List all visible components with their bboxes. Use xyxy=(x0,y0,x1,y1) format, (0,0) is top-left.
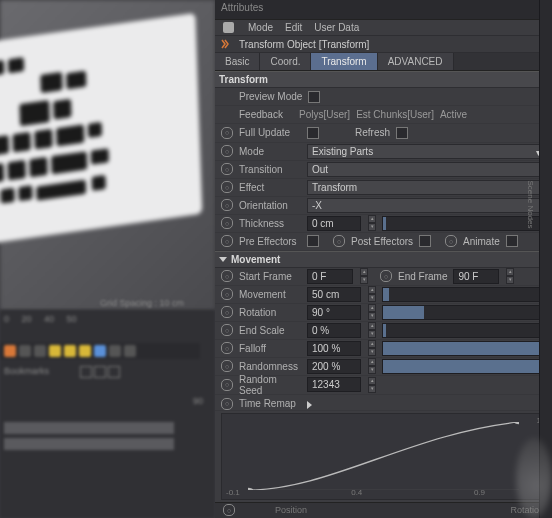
grid-spacing-label: Grid Spacing : 10 cm xyxy=(100,298,184,308)
tl-button[interactable] xyxy=(34,345,46,357)
coord-footer: ○ Position Rotation xyxy=(215,502,552,518)
disclosure-triangle-icon[interactable] xyxy=(307,401,312,409)
menu-edit[interactable]: Edit xyxy=(285,22,302,33)
full-update-checkbox[interactable] xyxy=(307,127,319,139)
falloff-label: Falloff xyxy=(239,343,266,354)
rotation-slider[interactable] xyxy=(382,305,546,320)
param-anim-icon[interactable]: ○ xyxy=(380,270,392,282)
param-anim-icon[interactable]: ○ xyxy=(221,163,233,175)
start-frame-spinner[interactable]: ▴▾ xyxy=(360,268,368,284)
disclosure-triangle-icon[interactable] xyxy=(219,257,227,262)
end-scale-slider[interactable] xyxy=(382,323,546,338)
svg-point-2 xyxy=(514,422,519,424)
param-anim-icon[interactable]: ○ xyxy=(445,235,457,247)
param-anim-icon[interactable]: ○ xyxy=(221,199,233,211)
start-frame-input[interactable]: 0 F xyxy=(307,269,353,284)
frame-marker: 90 xyxy=(193,396,203,406)
timeline-ruler: 0 20 40 50 xyxy=(4,314,77,324)
param-anim-icon[interactable]: ○ xyxy=(333,235,345,247)
tab-basic[interactable]: Basic xyxy=(215,53,260,70)
end-scale-spinner[interactable]: ▴▾ xyxy=(368,322,376,338)
movement-slider[interactable] xyxy=(382,287,546,302)
tab-coord[interactable]: Coord. xyxy=(260,53,311,70)
feedback-active: Active xyxy=(440,109,467,120)
row-preview-mode: Preview Mode xyxy=(215,88,552,106)
randomness-slider[interactable] xyxy=(382,359,546,374)
end-frame-spinner[interactable]: ▴▾ xyxy=(506,268,514,284)
mode-dropdown[interactable]: Existing Parts▾ xyxy=(307,144,546,159)
param-anim-icon[interactable]: ○ xyxy=(221,270,233,282)
post-effectors-label: Post Effectors xyxy=(351,236,413,247)
thickness-label: Thickness xyxy=(239,218,284,229)
randomness-input[interactable]: 200 % xyxy=(307,359,361,374)
effect-dropdown[interactable]: Transform xyxy=(307,180,546,195)
param-anim-icon[interactable]: ○ xyxy=(223,504,235,516)
param-anim-icon[interactable]: ○ xyxy=(221,288,233,300)
3d-viewport[interactable] xyxy=(0,0,215,310)
key-icon[interactable] xyxy=(64,345,76,357)
randomness-spinner[interactable]: ▴▾ xyxy=(368,358,376,374)
thickness-spinner[interactable]: ▴▾ xyxy=(368,215,376,231)
panel-menu-icon[interactable] xyxy=(223,22,234,33)
falloff-input[interactable]: 100 % xyxy=(307,341,361,356)
transition-dropdown[interactable]: Out xyxy=(307,162,546,177)
rotation-spinner[interactable]: ▴▾ xyxy=(368,304,376,320)
section-movement[interactable]: Movement xyxy=(215,251,552,268)
transition-label: Transition xyxy=(239,164,283,175)
animate-checkbox[interactable] xyxy=(506,235,518,247)
transform-object-icon xyxy=(221,38,233,50)
param-anim-icon[interactable]: ○ xyxy=(221,127,233,139)
timeline-toolbar[interactable] xyxy=(4,345,136,357)
post-effectors-checkbox[interactable] xyxy=(419,235,431,247)
rotation-input[interactable]: 90 ° xyxy=(307,305,361,320)
param-anim-icon[interactable]: ○ xyxy=(221,379,233,391)
key-icon[interactable] xyxy=(49,345,61,357)
param-anim-icon[interactable]: ○ xyxy=(221,306,233,318)
tl-button[interactable] xyxy=(19,345,31,357)
random-seed-input[interactable]: 12343 xyxy=(307,377,361,392)
bookmark-button[interactable] xyxy=(108,366,120,378)
timeline-panel[interactable]: 0 20 40 50 Bookmarks 90 xyxy=(0,310,215,518)
section-transform[interactable]: Transform xyxy=(215,71,552,88)
tab-transform[interactable]: Transform xyxy=(311,53,377,70)
tl-button[interactable] xyxy=(94,345,106,357)
row-effectors: ○ Pre Effectors ○ Post Effectors ○ Anima… xyxy=(215,233,552,251)
end-frame-label: End Frame xyxy=(398,271,447,282)
rotation-label: Rotation xyxy=(239,307,276,318)
row-feedback: Feedback Polys[User] Est Chunks[User] Ac… xyxy=(215,106,552,124)
param-anim-icon[interactable]: ○ xyxy=(221,342,233,354)
menu-mode[interactable]: Mode xyxy=(248,22,273,33)
movement-spinner[interactable]: ▴▾ xyxy=(368,286,376,302)
param-anim-icon[interactable]: ○ xyxy=(221,324,233,336)
movement-input[interactable]: 50 cm xyxy=(307,287,361,302)
tl-button[interactable] xyxy=(124,345,136,357)
orientation-dropdown[interactable]: -X xyxy=(307,198,546,213)
bookmark-button[interactable] xyxy=(80,366,92,378)
effect-label: Effect xyxy=(239,182,264,193)
random-seed-spinner[interactable]: ▴▾ xyxy=(368,377,376,393)
blurred-orb xyxy=(516,438,552,518)
refresh-checkbox[interactable] xyxy=(396,127,408,139)
param-anim-icon[interactable]: ○ xyxy=(221,217,233,229)
pre-effectors-checkbox[interactable] xyxy=(307,235,319,247)
dock-tab-label[interactable]: Scene Nodes xyxy=(525,180,534,228)
key-icon[interactable] xyxy=(79,345,91,357)
param-anim-icon[interactable]: ○ xyxy=(221,181,233,193)
param-anim-icon[interactable]: ○ xyxy=(221,145,233,157)
record-icon[interactable] xyxy=(4,345,16,357)
param-anim-icon[interactable]: ○ xyxy=(221,398,233,410)
end-frame-input[interactable]: 90 F xyxy=(453,269,499,284)
thickness-slider[interactable] xyxy=(382,216,546,231)
end-scale-input[interactable]: 0 % xyxy=(307,323,361,338)
tab-advanced[interactable]: ADVANCED xyxy=(378,53,454,70)
preview-mode-checkbox[interactable] xyxy=(308,91,320,103)
bookmark-button[interactable] xyxy=(94,366,106,378)
menu-user-data[interactable]: User Data xyxy=(314,22,359,33)
param-anim-icon[interactable]: ○ xyxy=(221,235,233,247)
time-remap-curve[interactable]: -0.1 0.4 0.9 1 xyxy=(221,413,546,500)
thickness-input[interactable]: 0 cm xyxy=(307,216,361,231)
falloff-slider[interactable] xyxy=(382,341,546,356)
falloff-spinner[interactable]: ▴▾ xyxy=(368,340,376,356)
tl-button[interactable] xyxy=(109,345,121,357)
param-anim-icon[interactable]: ○ xyxy=(221,360,233,372)
